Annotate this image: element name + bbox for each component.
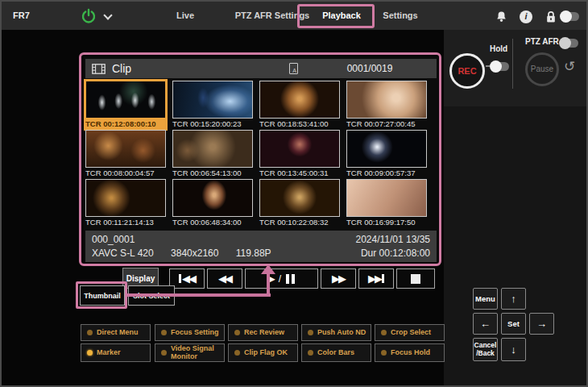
clip-name: 000_0001	[92, 233, 135, 247]
chevron-down-icon[interactable]	[103, 10, 112, 19]
clip-resolution: 3840x2160	[171, 248, 218, 259]
top-bar: FR7 Live PTZ AFR Settings Playback Setti…	[2, 2, 586, 30]
clip-thumbnail[interactable]: TCR 00:09:00:57:37	[346, 130, 427, 178]
bell-icon[interactable]	[495, 10, 507, 27]
clip-thumbnail-image	[85, 81, 166, 119]
clip-thumbnail-image	[346, 81, 427, 119]
assignable-button-focus-hold[interactable]: Focus Hold	[375, 343, 445, 362]
tab-live[interactable]: Live	[163, 2, 208, 30]
assignable-button-rec-review[interactable]: Rec Review	[228, 324, 298, 341]
assignable-button-marker[interactable]: Marker	[81, 343, 151, 362]
clip-thumbnail-image	[85, 130, 166, 168]
clip-tcr-label: TCR 00:13:45:00:31	[259, 168, 340, 178]
tab-settings[interactable]: Settings	[377, 2, 424, 30]
restart-icon[interactable]: ↺	[564, 58, 575, 75]
thumbnail-view-button[interactable]: Thumbnail	[80, 285, 125, 306]
assignable-button-direct-menu[interactable]: Direct Menu	[81, 324, 151, 341]
led-dot	[381, 350, 387, 356]
clip-tcr-label: TCR 00:06:54:13:00	[172, 168, 253, 178]
skip-forward-icon: ▶▶	[368, 273, 381, 285]
clip-tcr-label: TCR 00:11:21:14:13	[85, 217, 166, 227]
led-dot	[381, 330, 387, 335]
assignable-button-push-auto-nd[interactable]: Push Auto ND	[301, 324, 371, 341]
left-arrow-button[interactable]: ←	[473, 313, 498, 335]
clip-thumbnail[interactable]: TCR 00:10:22:08:32	[259, 179, 340, 227]
menu-button[interactable]: Menu	[473, 288, 498, 310]
device-name: FR7	[13, 10, 30, 20]
clip-thumbnail-image	[172, 179, 253, 217]
assignable-button-focus-setting[interactable]: Focus Setting	[155, 324, 225, 341]
clip-thumbnail[interactable]: TCR 00:08:00:04:57	[85, 130, 166, 178]
led-dot	[161, 330, 167, 335]
pause-bar-icon	[286, 274, 289, 284]
set-button[interactable]: Set	[501, 313, 526, 335]
clip-tcr-label: TCR 00:08:00:04:57	[85, 168, 166, 178]
assignable-button-crop-select[interactable]: Crop Select	[375, 324, 445, 341]
clip-thumbnail[interactable]: TCR 00:06:48:34:00	[172, 179, 253, 227]
led-dot	[234, 350, 240, 356]
clip-browser-panel: Clip A 0001/0019 TCR 00:12:08:00:10 TCR …	[84, 56, 438, 262]
annotation-box-playback-tab	[297, 4, 375, 28]
up-arrow-button[interactable]: ↑	[501, 288, 526, 310]
clip-duration: Dur 00:12:08:00	[361, 247, 430, 260]
clip-thumbnail[interactable]: TCR 00:16:99:17:50	[346, 179, 427, 227]
power-icon[interactable]	[81, 8, 97, 24]
rewind-icon: ◀◀	[218, 273, 231, 285]
clip-tcr-label: TCR 00:10:22:08:32	[259, 217, 340, 227]
ptz-afr-label: PTZ AFR	[525, 37, 559, 46]
assignable-label: Video Signal Monitor	[171, 345, 224, 361]
clip-thumbnail[interactable]: TCR 00:11:21:14:13	[85, 179, 166, 227]
clip-date: 2024/11/01 13/35	[355, 233, 430, 247]
clip-thumbnail-image	[346, 179, 427, 217]
clip-tcr-label: TCR 00:12:08:00:10	[85, 119, 166, 129]
play-pause-button[interactable]: ▶ /	[245, 268, 318, 289]
clip-tcr-label: TCR 00:09:00:57:37	[346, 168, 427, 178]
lock-toggle[interactable]	[561, 12, 579, 21]
clip-tcr-label: TCR 00:06:48:34:00	[172, 217, 253, 227]
assignable-button-video-signal-monitor[interactable]: Video Signal Monitor	[155, 343, 225, 362]
cancel-back-button[interactable]: Cancel /Back	[473, 338, 498, 361]
film-strip-icon	[92, 64, 106, 74]
ptz-afr-toggle[interactable]	[561, 39, 578, 48]
lock-icon[interactable]	[545, 10, 557, 27]
clip-thumbnail[interactable]: TCR 00:06:54:13:00	[172, 130, 253, 178]
clip-codec: XAVC S-L 420	[92, 248, 154, 259]
toggle-knob	[490, 60, 502, 73]
clip-page-icon: A	[289, 63, 298, 74]
assignable-label: Color Bars	[317, 349, 354, 357]
toggle-knob	[560, 10, 572, 23]
clip-thumbnail[interactable]: TCR 00:12:08:00:10	[85, 81, 166, 129]
back-label: /Back	[476, 349, 495, 357]
rec-button[interactable]: REC	[449, 53, 485, 89]
clip-thumbnail-image	[259, 179, 340, 217]
info-icon[interactable]: i	[520, 10, 532, 23]
rewind-button[interactable]: ◀◀	[207, 268, 242, 289]
rec-hold-toggle[interactable]	[491, 62, 509, 71]
assignable-button-color-bars[interactable]: Color Bars	[301, 343, 371, 362]
clip-thumbnail-image	[85, 179, 166, 217]
led-dot	[308, 330, 313, 335]
skip-backward-icon: ◀◀	[182, 273, 195, 285]
fast-forward-icon: ▶▶	[332, 273, 345, 285]
bar-glyph	[382, 274, 384, 283]
clip-thumbnail[interactable]: TCR 00:15:20:00:23	[172, 81, 253, 129]
assignable-label: Crop Select	[391, 329, 431, 337]
clip-thumbnail-image	[259, 130, 340, 168]
clip-thumbnail[interactable]: TCR 00:13:45:00:31	[259, 130, 340, 178]
right-arrow-button[interactable]: →	[529, 313, 554, 335]
stop-button[interactable]	[396, 268, 435, 289]
skip-forward-button[interactable]: ▶▶	[358, 268, 394, 289]
fast-forward-button[interactable]: ▶▶	[321, 268, 356, 289]
clip-thumbnail[interactable]: TCR 00:18:53:41:00	[259, 81, 340, 129]
cancel-label: Cancel	[474, 341, 497, 349]
assignable-button-clip-flag-ok[interactable]: Clip Flag OK	[228, 343, 298, 362]
assignable-label: Rec Review	[244, 329, 284, 337]
pause-button[interactable]: Pause	[525, 52, 559, 86]
clip-thumbnail[interactable]: TCR 00:07:27:00:45	[346, 81, 427, 129]
down-arrow-button[interactable]: ↓	[501, 338, 526, 361]
clip-thumbnail-image	[172, 81, 253, 119]
annotation-arrow-vertical	[267, 273, 270, 297]
clip-tcr-label: TCR 00:15:20:00:23	[172, 119, 253, 129]
clip-panel-title: Clip	[112, 62, 131, 75]
assignable-label: Marker	[97, 349, 121, 357]
